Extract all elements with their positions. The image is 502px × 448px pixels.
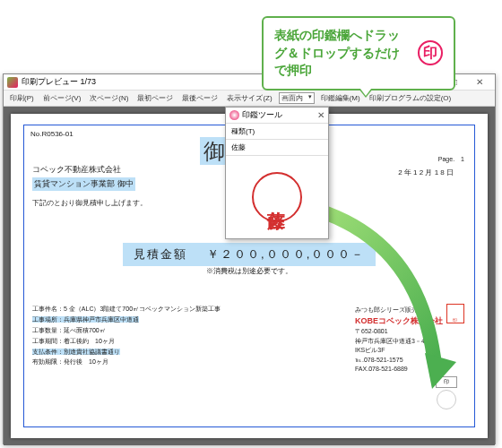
footer-tel: ℡.078-521-1575: [355, 356, 443, 366]
tool-name-row[interactable]: 佐藤: [226, 140, 328, 156]
tb-first[interactable]: 最初ページ: [134, 92, 176, 104]
callout-text: 表紙の印鑑欄へドラッグ＆ドロップするだけで押印: [274, 27, 411, 80]
tb-zoom-label: 表示サイズ(Z): [224, 92, 274, 104]
detail-valid: 有効期限：発行後 10ヶ月: [32, 357, 221, 367]
company-square-seal-icon: 印: [446, 304, 464, 323]
footer-zip: 〒652-0801: [355, 327, 443, 337]
amount-row: 見積金額 ￥２００,０００,０００－: [30, 243, 468, 266]
footer-brand: KOBEコベック株式会社: [355, 315, 443, 328]
workspace: No.R0536-01 御見積 Page. 1 2 年 1 2 月 1 8 日 …: [4, 107, 495, 445]
tb-last[interactable]: 最後ページ: [179, 92, 221, 104]
detail-period: 工事期間：着工後約 10ヶ月: [32, 336, 221, 347]
amount-box: 見積金額 ￥２００,０００,０００－: [123, 243, 376, 266]
app-icon: [7, 77, 18, 88]
detail-qty: 工事数量：延べ面積700㎡: [32, 325, 221, 336]
amount-label: 見積金額: [134, 247, 187, 261]
instruction-callout: 表紙の印鑑欄へドラッグ＆ドロップするだけで押印 印: [262, 16, 455, 90]
intro-message: 下記のとおり御見積申し上げます。: [32, 198, 147, 208]
close-button[interactable]: ✕: [468, 76, 491, 89]
tool-titlebar: 印鑑ツール ✕: [226, 108, 328, 124]
tb-stamp-edit[interactable]: 印鑑編集(M): [318, 92, 363, 104]
stamp-badge-icon: 印: [418, 40, 443, 65]
hanko-stamp-icon[interactable]: 佐藤: [252, 172, 302, 222]
callout-tail-icon: [359, 89, 373, 98]
issuer-footer: みつも郎シリーズ販売 KOBEコベック株式会社 〒652-0801 神戸市兵庫区…: [355, 306, 443, 375]
footer-series: みつも郎シリーズ販売: [355, 306, 443, 315]
page-number: Page. 1: [438, 155, 464, 164]
preview-window: 印刷プレビュー 1/73 — □ ✕ 印刷(P) 前ページ(V) 次ページ(N)…: [3, 73, 496, 444]
company-line2: 賃貸マンション事業部 御中: [32, 177, 135, 191]
doc-date: 2 年 1 2 月 1 8 日: [398, 168, 454, 177]
tb-next[interactable]: 次ページ(N): [87, 92, 131, 104]
stamp-slot-label: 印: [436, 376, 457, 388]
tb-prev[interactable]: 前ページ(V): [40, 92, 84, 104]
zoom-select[interactable]: 画面内: [279, 92, 315, 104]
detail-name: 工事件名：5 金（ALC）3階建て700㎡コベックマンション新築工事: [32, 304, 221, 314]
footer-addr: 神戸市兵庫区中道通3－4－3: [355, 337, 443, 347]
detail-location: 工事場所：兵庫県神戸市兵庫区中道通: [32, 314, 221, 325]
footer-fax: FAX.078-521-6889: [355, 365, 443, 375]
amount-value: ￥２００,０００,０００－: [207, 247, 365, 261]
stamp-slot-circle-icon: [437, 390, 456, 409]
tool-preview: 佐藤: [226, 156, 328, 238]
footer-bldg: IKSビル3F: [355, 346, 443, 356]
tool-title-text: 印鑑ツール: [242, 109, 282, 121]
detail-payment: 支払条件：別途貴社協議書通り: [32, 347, 221, 358]
tool-close-button[interactable]: ✕: [317, 110, 325, 120]
tax-note: ※消費税は別途必要です。: [30, 266, 468, 276]
toolbar: 印刷(P) 前ページ(V) 次ページ(N) 最初ページ 最後ページ 表示サイズ(…: [4, 90, 495, 107]
recipient-company: コベック不動産株式会社 賃貸マンション事業部 御中: [32, 164, 135, 191]
tb-print[interactable]: 印刷(P): [7, 92, 37, 104]
company-line1: コベック不動産株式会社: [32, 164, 135, 176]
project-details: 工事件名：5 金（ALC）3階建て700㎡コベックマンション新築工事 工事場所：…: [32, 304, 221, 367]
tb-print-settings[interactable]: 印刷プログラムの設定(O): [367, 92, 454, 104]
tool-icon: [229, 110, 239, 120]
stamp-tool-panel[interactable]: 印鑑ツール ✕ 種類(T) 佐藤 佐藤: [225, 107, 329, 239]
stamp-drop-slot[interactable]: 印: [436, 376, 457, 409]
tool-type-row[interactable]: 種類(T): [226, 124, 328, 140]
